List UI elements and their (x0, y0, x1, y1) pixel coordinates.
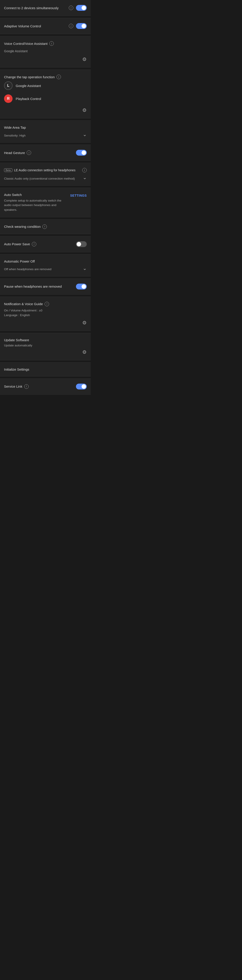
power-off-sub-label: Off when headphones are removed (4, 267, 51, 271)
tap-operation-label: Change the tap operation function i (4, 75, 87, 79)
wide-area-tap-label: Wide Area Tap (4, 126, 26, 129)
notification-voice-label: Notification & Voice Guide i (4, 302, 87, 306)
automatic-power-off-section: Automatic Power Off Off when headphones … (0, 255, 91, 277)
check-wearing-section: Check wearing condition i (0, 220, 91, 234)
voice-control-info-icon[interactable]: i (49, 41, 54, 46)
head-gesture-section: Head Gesture i (0, 145, 91, 161)
le-audio-sub-label: Classic Audio only (conventional connect… (4, 177, 75, 180)
check-wearing-label: Check wearing condition i (4, 224, 87, 229)
automatic-power-off-label: Automatic Power Off (4, 259, 35, 263)
le-audio-chevron-icon[interactable]: ⌄ (83, 175, 87, 180)
update-software-sub-label: Update automatically (4, 344, 87, 347)
service-link-label: Service Link i (4, 384, 76, 389)
pause-when-removed-toggle[interactable] (76, 284, 87, 290)
check-wearing-info-icon[interactable]: i (42, 224, 47, 229)
tap-right-row[interactable]: R Playback Control (4, 92, 87, 105)
connect-2-devices-label: Connect to 2 devices simultaneously (4, 6, 69, 10)
left-tap-label: Google Assistant (16, 84, 41, 88)
update-software-section: Update Software Update automatically ⚙ (0, 333, 91, 360)
power-off-dropdown-row[interactable]: Off when headphones are removed ⌄ (4, 266, 87, 271)
head-gesture-label: Head Gesture i (4, 150, 76, 155)
adaptive-volume-section: Adaptive Volume Control i (0, 18, 91, 34)
tap-operation-gear-icon[interactable]: ⚙ (4, 107, 87, 113)
adaptive-volume-toggle[interactable] (76, 23, 87, 29)
voice-control-gear-icon[interactable]: ⚙ (4, 57, 87, 62)
right-side-icon: R (4, 94, 13, 103)
le-audio-section: Beta LE Audio connection setting for hea… (0, 163, 91, 186)
tap-left-row[interactable]: L Google Assistant (4, 79, 87, 92)
notification-voice-gear-icon[interactable]: ⚙ (4, 320, 87, 326)
right-tap-label: Playback Control (16, 97, 41, 101)
voice-control-sub-label: Google Assistant (4, 48, 87, 54)
pause-when-removed-section: Pause when headphones are removed (0, 279, 91, 294)
adaptive-volume-info-icon[interactable]: i (69, 24, 73, 28)
voice-control-label: Voice Control/Voice Assistant i (4, 41, 87, 46)
connect-2-devices-toggle[interactable] (76, 5, 87, 11)
initialize-settings-label: Initialize Settings (4, 368, 29, 371)
tap-operation-section: Change the tap operation function i L Go… (0, 70, 91, 118)
le-audio-label: LE Audio connection setting for headphon… (14, 169, 75, 172)
service-link-section: Service Link i (0, 379, 91, 395)
voice-control-section: Voice Control/Voice Assistant i Google A… (0, 36, 91, 67)
le-audio-dropdown-row[interactable]: Classic Audio only (conventional connect… (4, 175, 87, 180)
left-side-icon: L (4, 81, 13, 90)
auto-switch-settings-link[interactable]: SETTINGS (70, 194, 87, 197)
wide-area-tap-section: Wide Area Tap Sensitivity: High ⌄ (0, 121, 91, 143)
connect-2-devices-section: Connect to 2 devices simultaneously i (0, 0, 91, 16)
connect-2-devices-info-icon[interactable]: i (69, 6, 73, 10)
sensitivity-label: Sensitivity: High (4, 134, 25, 137)
update-software-label: Update Software (4, 338, 29, 342)
auto-power-save-label: Auto Power Save i (4, 242, 76, 247)
head-gesture-info-icon[interactable]: i (27, 150, 31, 155)
le-audio-info-icon[interactable]: i (82, 168, 87, 172)
notification-detail: On / Volume Adjustment : ±0 Language : E… (4, 308, 87, 318)
sensitivity-row[interactable]: Sensitivity: High ⌄ (4, 132, 87, 137)
le-audio-label-row: Beta LE Audio connection setting for hea… (4, 169, 82, 172)
beta-badge: Beta (4, 169, 12, 172)
head-gesture-toggle[interactable] (76, 150, 87, 156)
tap-operation-info-icon[interactable]: i (56, 75, 61, 79)
service-link-toggle[interactable] (76, 383, 87, 390)
sensitivity-chevron-icon[interactable]: ⌄ (83, 132, 87, 137)
initialize-settings-section: Initialize Settings (0, 363, 91, 376)
pause-when-removed-label: Pause when headphones are removed (4, 285, 76, 288)
auto-switch-section: Auto Switch Complete setup to automatica… (0, 188, 91, 217)
auto-power-save-info-icon[interactable]: i (32, 242, 36, 247)
auto-switch-description: Complete setup to automatically switch t… (4, 199, 67, 212)
power-off-chevron-icon[interactable]: ⌄ (83, 266, 87, 271)
adaptive-volume-label: Adaptive Volume Control (4, 24, 69, 28)
notification-voice-info-icon[interactable]: i (45, 302, 49, 306)
auto-power-save-toggle[interactable] (76, 241, 87, 247)
notification-voice-section: Notification & Voice Guide i On / Volume… (0, 297, 91, 331)
service-link-info-icon[interactable]: i (24, 384, 29, 389)
update-software-gear-icon[interactable]: ⚙ (4, 349, 87, 355)
auto-switch-label: Auto Switch (4, 193, 67, 197)
auto-power-save-section: Auto Power Save i (0, 236, 91, 252)
